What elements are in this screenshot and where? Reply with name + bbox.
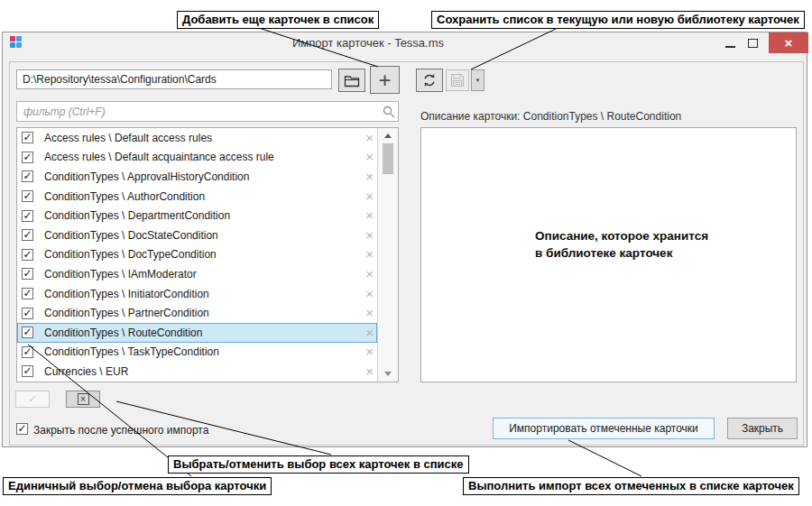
close-after-import-label: Закрыть после успешного импорта — [33, 424, 208, 437]
item-checkbox[interactable]: ✓ — [22, 308, 33, 319]
item-label: ConditionTypes \ InitiatorCondition — [44, 288, 209, 300]
list-item[interactable]: ✓ConditionTypes \ RouteCondition× — [17, 323, 377, 343]
item-label: ConditionTypes \ TaskTypeCondition — [44, 345, 219, 358]
item-checkbox[interactable]: ✓ — [22, 229, 33, 241]
list-item[interactable]: ✓ConditionTypes \ AuthorCondition× — [17, 187, 377, 207]
stored-description-note: Описание, которое хранится в библиотеке … — [535, 227, 708, 262]
remove-item-icon[interactable]: × — [365, 151, 374, 163]
list-item[interactable]: ✓ConditionTypes \ DocStateCondition× — [17, 225, 377, 245]
window-title: Импорт карточек - Tessa.ms — [3, 36, 734, 50]
remove-item-icon[interactable]: × — [365, 170, 374, 183]
save-library-button[interactable] — [446, 69, 469, 91]
import-cards-window: Импорт карточек - Tessa.ms × + ▼ — [2, 32, 807, 447]
item-label: Currencies \ EUR — [44, 365, 128, 378]
item-label: ConditionTypes \ AuthorCondition — [44, 190, 205, 203]
annotation-select-all: Выбрать/отменить выбор всех карточек в с… — [168, 455, 469, 474]
save-icon — [450, 73, 465, 87]
item-checkbox[interactable]: ✓ — [22, 190, 33, 202]
remove-item-icon[interactable]: × — [365, 288, 374, 300]
remove-item-icon[interactable]: × — [365, 229, 374, 242]
item-label: ConditionTypes \ RouteCondition — [44, 327, 202, 339]
box-x-icon: × — [78, 393, 89, 405]
remove-item-icon[interactable]: × — [365, 190, 374, 203]
refresh-icon — [421, 72, 438, 88]
refresh-list-button[interactable] — [416, 69, 443, 92]
item-label: ConditionTypes \ ApprovalHistoryConditio… — [44, 170, 249, 183]
list-item[interactable]: ✓ConditionTypes \ ApprovalHistoryConditi… — [17, 167, 377, 187]
close-window-button[interactable]: × — [769, 32, 808, 53]
cards-path-input[interactable] — [16, 69, 332, 89]
annotation-single-select: Единичный выбор/отмена выбора карточки — [3, 477, 272, 495]
item-label: ConditionTypes \ DocTypeCondition — [44, 248, 217, 261]
list-item[interactable]: ✓Currencies \ EUR× — [17, 362, 377, 382]
save-options-dropdown-button[interactable]: ▼ — [471, 69, 484, 91]
item-checkbox[interactable]: ✓ — [22, 132, 33, 143]
card-list[interactable]: ✓Access rules \ Default access rules×✓Ac… — [16, 127, 399, 382]
item-label: Access rules \ Default acquaintance acce… — [44, 151, 274, 163]
remove-item-icon[interactable]: × — [365, 327, 374, 339]
close-after-import-checkbox[interactable]: ✓ — [16, 423, 28, 435]
list-item[interactable]: ✓ConditionTypes \ TaskTypeCondition× — [17, 343, 377, 363]
item-checkbox[interactable]: ✓ — [22, 152, 33, 163]
list-item[interactable]: ✓ConditionTypes \ DocTypeCondition× — [17, 245, 377, 265]
minimize-icon — [725, 46, 735, 48]
import-selected-button[interactable]: Импортировать отмеченные карточки — [493, 418, 715, 439]
scroll-up-icon[interactable] — [384, 133, 392, 138]
minimize-button[interactable] — [718, 32, 742, 53]
select-all-button[interactable]: ✓ — [15, 391, 50, 408]
deselect-all-button[interactable]: × — [66, 391, 100, 408]
item-checkbox[interactable]: ✓ — [22, 170, 33, 182]
search-icon — [383, 106, 395, 118]
item-label: ConditionTypes \ PartnerCondition — [44, 307, 209, 319]
scrollbar-thumb[interactable] — [383, 143, 393, 174]
item-label: ConditionTypes \ DepartmentCondition — [44, 209, 230, 222]
folder-icon — [344, 74, 360, 87]
maximize-icon — [748, 39, 758, 48]
maximize-button[interactable] — [741, 32, 764, 53]
item-checkbox[interactable]: ✓ — [22, 249, 33, 261]
close-dialog-button[interactable]: Закрыть — [727, 418, 798, 439]
add-cards-button[interactable]: + — [370, 66, 400, 94]
close-icon: × — [785, 35, 793, 51]
list-item[interactable]: ✓ConditionTypes \ IAmModerator× — [17, 264, 377, 284]
remove-item-icon[interactable]: × — [365, 345, 374, 358]
scroll-down-icon[interactable] — [384, 372, 392, 376]
item-label: Access rules \ Default access rules — [44, 132, 212, 144]
check-icon: ✓ — [17, 422, 26, 435]
remove-item-icon[interactable]: × — [365, 209, 374, 222]
list-item[interactable]: ✓ConditionTypes \ DepartmentCondition× — [17, 206, 377, 225]
item-checkbox[interactable]: ✓ — [22, 210, 33, 222]
list-item[interactable]: ✓ConditionTypes \ InitiatorCondition× — [17, 284, 377, 304]
titlebar[interactable]: Импорт карточек - Tessa.ms × — [3, 32, 807, 53]
item-checkbox[interactable]: ✓ — [22, 327, 33, 338]
item-checkbox[interactable]: ✓ — [22, 365, 33, 377]
list-item[interactable]: ✓ConditionTypes \ PartnerCondition× — [17, 303, 377, 323]
remove-item-icon[interactable]: × — [365, 307, 374, 319]
description-header: Описание карточки: ConditionTypes \ Rout… — [420, 110, 681, 123]
item-checkbox[interactable]: ✓ — [22, 268, 33, 280]
item-checkbox[interactable]: ✓ — [22, 288, 33, 299]
remove-item-icon[interactable]: × — [365, 365, 374, 378]
chevron-down-icon: ▼ — [475, 78, 481, 83]
item-label: ConditionTypes \ IAmModerator — [44, 268, 197, 281]
item-checkbox[interactable]: ✓ — [22, 346, 33, 358]
filter-input[interactable] — [16, 101, 399, 122]
remove-item-icon[interactable]: × — [365, 268, 374, 281]
item-label: ConditionTypes \ DocStateCondition — [44, 229, 218, 242]
check-icon: ✓ — [28, 393, 36, 405]
remove-item-icon[interactable]: × — [365, 132, 374, 144]
annotation-do-import: Выполнить импорт всех отмеченных в списк… — [463, 477, 799, 495]
plus-icon: + — [378, 68, 391, 93]
list-scrollbar[interactable] — [377, 128, 398, 382]
remove-item-icon[interactable]: × — [365, 248, 374, 261]
annotation-add-more: Добавить еще карточек в список — [177, 11, 379, 29]
list-item[interactable]: ✓Access rules \ Default acquaintance acc… — [17, 148, 377, 168]
browse-folder-button[interactable] — [338, 69, 365, 92]
annotation-save-list: Сохранить список в текущую или новую биб… — [431, 11, 805, 29]
list-item[interactable]: ✓Access rules \ Default access rules× — [17, 128, 377, 148]
